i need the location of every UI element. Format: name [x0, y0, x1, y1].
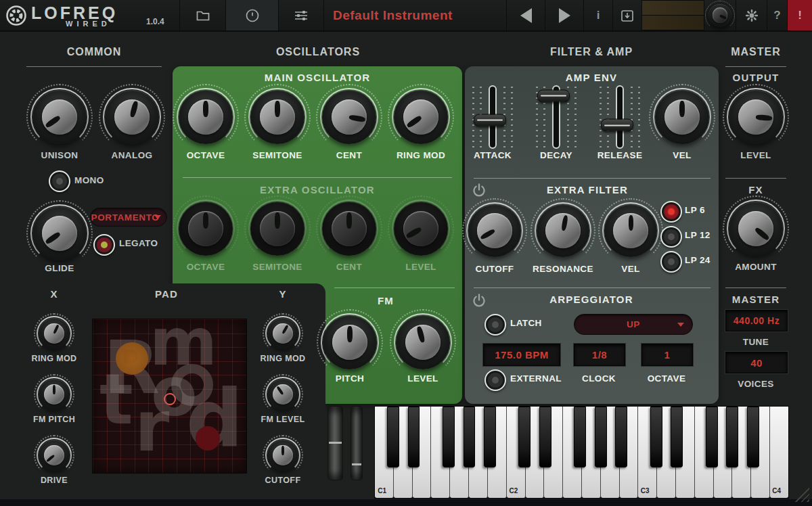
pad-y-fmlevel-knob[interactable]: [267, 379, 298, 410]
external-clock-toggle[interactable]: [484, 369, 506, 391]
analog-knob[interactable]: [105, 90, 159, 144]
slider-dots: [631, 87, 633, 147]
help-button[interactable]: ?: [767, 0, 787, 30]
lp12-label: LP 12: [685, 230, 719, 241]
xy-pad-cursor[interactable]: [164, 393, 176, 405]
pad-x-ringmod-knob[interactable]: [39, 318, 70, 349]
black-key[interactable]: [574, 407, 586, 467]
black-key[interactable]: [650, 407, 662, 467]
mono-toggle[interactable]: [49, 170, 70, 192]
main-octave-knob[interactable]: [179, 90, 233, 144]
extra-filter-power-button[interactable]: [471, 182, 487, 198]
extra-semitone-knob[interactable]: [250, 202, 304, 256]
master-volume-knob[interactable]: [704, 0, 736, 30]
clock-value-box[interactable]: 1/8: [574, 344, 625, 366]
gear-icon: [744, 7, 760, 24]
black-key[interactable]: [443, 407, 455, 467]
black-key[interactable]: [615, 407, 627, 467]
latch-label: LATCH: [510, 318, 558, 329]
main-ringmod-label: RING MOD: [387, 150, 455, 161]
glide-mode-dropdown[interactable]: PORTAMENTO: [90, 208, 167, 227]
output-level-knob[interactable]: [729, 90, 783, 144]
pad-x-title: X: [27, 288, 81, 300]
main-ringmod-knob[interactable]: [394, 90, 448, 144]
black-key[interactable]: [484, 407, 496, 467]
info-button[interactable]: i: [583, 0, 612, 30]
legato-toggle[interactable]: [93, 234, 115, 256]
arpeggiator-power-button[interactable]: [471, 292, 487, 308]
slider-handle[interactable]: [537, 89, 570, 102]
browse-presets-button[interactable]: [179, 0, 225, 30]
volume-knob[interactable]: [708, 4, 731, 27]
pad-x-drive-knob[interactable]: [39, 440, 70, 471]
next-preset-button[interactable]: [545, 0, 583, 30]
slider-handle[interactable]: [601, 119, 633, 132]
black-key[interactable]: [539, 407, 551, 467]
fm-pitch-knob[interactable]: [323, 315, 377, 369]
black-key[interactable]: [595, 407, 607, 467]
black-key[interactable]: [747, 407, 759, 467]
black-key[interactable]: [464, 407, 476, 467]
fx-amount-knob[interactable]: [729, 202, 783, 256]
slider-handle[interactable]: [474, 114, 506, 127]
black-key[interactable]: [726, 407, 738, 467]
xy-pad[interactable]: R m t r o d: [92, 319, 247, 474]
knob-pointer: [22, 79, 97, 154]
main-cent-knob[interactable]: [322, 90, 376, 144]
bpm-value-box[interactable]: 175.0 BPM: [483, 344, 560, 366]
section-header-master: MASTER: [725, 45, 786, 60]
pad-x-drive-label: DRIVE: [20, 475, 88, 486]
cutoff-knob[interactable]: [468, 204, 521, 257]
preset-name[interactable]: Default Instrument: [333, 0, 453, 30]
release-slider[interactable]: [598, 85, 641, 149]
unison-knob[interactable]: [32, 90, 87, 144]
piano-keyboard[interactable]: C1 C2 C3 C4: [374, 406, 789, 499]
slider-dots: [511, 87, 513, 147]
main-semitone-knob[interactable]: [250, 90, 304, 144]
filter-vel-knob[interactable]: [604, 204, 657, 257]
save-preset-button[interactable]: [612, 0, 641, 30]
resize-grip[interactable]: [794, 487, 809, 502]
black-key[interactable]: [706, 407, 718, 467]
knob-pointer: [322, 202, 376, 256]
fm-level-knob[interactable]: [396, 315, 450, 369]
pitch-wheel[interactable]: [328, 406, 343, 480]
common-underline: [26, 66, 162, 67]
toggle-dot: [492, 377, 499, 384]
mod-wheel[interactable]: [351, 406, 363, 480]
voices-label: VOICES: [722, 379, 790, 390]
prev-preset-button[interactable]: [506, 0, 545, 30]
alert-button[interactable]: !: [787, 0, 812, 30]
black-key[interactable]: [671, 407, 683, 467]
voices-value-box[interactable]: 40: [725, 352, 788, 373]
extra-octave-knob[interactable]: [179, 202, 233, 256]
extra-cent-knob[interactable]: [322, 202, 376, 256]
pad-x-fmpitch-knob[interactable]: [39, 379, 70, 410]
filter-mode-lp6-radio[interactable]: [660, 201, 682, 223]
tune-value-box[interactable]: 440.00 Hz: [725, 310, 788, 331]
latch-toggle[interactable]: [484, 314, 506, 336]
black-key[interactable]: [387, 407, 399, 467]
filter-mode-lp12-radio[interactable]: [660, 226, 682, 248]
output-meter: [641, 0, 704, 30]
attack-slider[interactable]: [471, 85, 514, 149]
recent-presets-button[interactable]: [225, 0, 278, 30]
amp-vel-knob[interactable]: [655, 90, 709, 144]
glide-knob[interactable]: [32, 206, 87, 260]
arp-octave-value-box[interactable]: 1: [641, 344, 693, 366]
white-key[interactable]: [770, 407, 788, 498]
settings-button[interactable]: [736, 0, 767, 30]
black-key[interactable]: [518, 407, 531, 467]
slider-dots: [600, 87, 602, 147]
arp-mode-dropdown[interactable]: UP: [574, 314, 693, 335]
resonance-knob[interactable]: [537, 204, 589, 257]
decay-slider[interactable]: [535, 85, 578, 149]
lp24-label: LP 24: [685, 255, 719, 266]
extra-level-knob[interactable]: [394, 202, 448, 256]
pad-y-cutoff-knob[interactable]: [267, 440, 298, 471]
pad-y-ringmod-knob[interactable]: [267, 318, 298, 349]
folder-icon: [195, 7, 211, 24]
filter-mode-lp24-radio[interactable]: [660, 251, 682, 273]
settings-sliders-button[interactable]: [278, 0, 324, 30]
black-key[interactable]: [408, 407, 420, 467]
